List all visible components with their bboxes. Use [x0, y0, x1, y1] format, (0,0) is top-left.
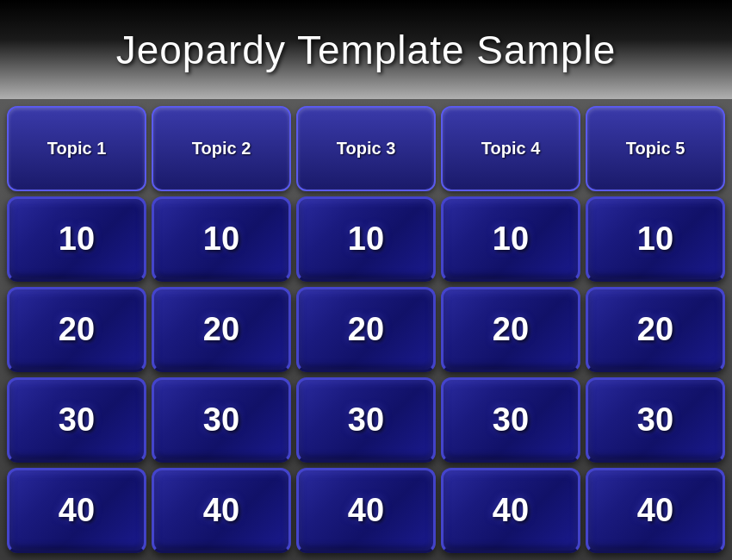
topic-1-header: Topic 1	[7, 106, 146, 191]
score-2-5[interactable]: 20	[586, 287, 725, 372]
score-2-1[interactable]: 20	[7, 287, 146, 372]
score-row-3: 30 30 30 30 30	[7, 377, 725, 463]
topic-5-header: Topic 5	[586, 106, 725, 191]
score-3-1[interactable]: 30	[7, 377, 146, 463]
score-1-3[interactable]: 10	[296, 196, 436, 282]
score-1-2[interactable]: 10	[152, 196, 291, 282]
score-3-3[interactable]: 30	[296, 377, 436, 463]
score-4-1[interactable]: 40	[7, 468, 146, 553]
score-2-3[interactable]: 20	[296, 287, 436, 372]
score-4-3[interactable]: 40	[296, 468, 436, 553]
page-title: Jeopardy Template Sample	[116, 27, 617, 73]
game-board: Topic 1 Topic 2 Topic 3 Topic 4 Topic 5 …	[0, 99, 732, 560]
score-row-2: 20 20 20 20 20	[7, 287, 725, 372]
score-row-1: 10 10 10 10 10	[7, 196, 725, 282]
score-row-4: 40 40 40 40 40	[7, 468, 725, 553]
topic-4-header: Topic 4	[441, 106, 580, 191]
topic-row: Topic 1 Topic 2 Topic 3 Topic 4 Topic 5	[7, 106, 725, 191]
header: Jeopardy Template Sample	[0, 0, 732, 99]
score-4-5[interactable]: 40	[586, 468, 725, 553]
topic-3-header: Topic 3	[296, 106, 436, 191]
score-4-4[interactable]: 40	[441, 468, 580, 553]
score-1-1[interactable]: 10	[7, 196, 146, 282]
score-1-4[interactable]: 10	[441, 196, 580, 282]
score-2-4[interactable]: 20	[441, 287, 580, 372]
score-4-2[interactable]: 40	[152, 468, 291, 553]
topic-2-header: Topic 2	[152, 106, 291, 191]
score-3-4[interactable]: 30	[441, 377, 580, 463]
score-1-5[interactable]: 10	[586, 196, 725, 282]
score-2-2[interactable]: 20	[152, 287, 291, 372]
page-wrapper: Jeopardy Template Sample Topic 1 Topic 2…	[0, 0, 732, 560]
score-3-5[interactable]: 30	[586, 377, 725, 463]
score-3-2[interactable]: 30	[152, 377, 291, 463]
